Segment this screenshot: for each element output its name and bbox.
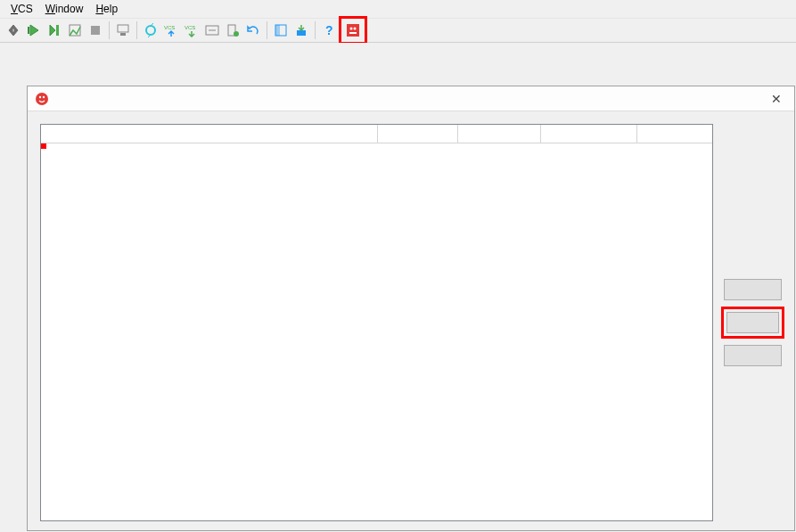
- svg-point-18: [354, 28, 357, 30]
- start-button[interactable]: [726, 312, 779, 333]
- menu-help[interactable]: Help: [90, 3, 123, 15]
- close-icon[interactable]: ✕: [766, 92, 787, 106]
- highlight-start-button: [721, 307, 784, 339]
- sync-icon[interactable]: [141, 20, 160, 40]
- highlight-genymotion-toolbar: [339, 16, 367, 45]
- vcs-commit-icon[interactable]: VCS: [182, 20, 201, 40]
- dialog-left: [40, 120, 713, 521]
- genymotion-icon[interactable]: [343, 20, 363, 40]
- branch-icon[interactable]: [202, 20, 222, 40]
- svg-rect-13: [275, 25, 280, 36]
- dialog-titlebar[interactable]: ✕: [28, 86, 794, 111]
- svg-rect-0: [28, 27, 29, 34]
- stop-icon[interactable]: [86, 20, 105, 40]
- th-ip[interactable]: [541, 125, 637, 143]
- svg-point-22: [43, 95, 45, 97]
- svg-point-20: [36, 93, 48, 105]
- svg-rect-1: [56, 25, 59, 36]
- svg-point-21: [39, 95, 41, 97]
- patch-icon[interactable]: [223, 20, 242, 40]
- undo-icon[interactable]: [243, 20, 263, 40]
- toolbar-separator: [267, 21, 267, 39]
- profile-icon[interactable]: [65, 20, 85, 40]
- dialog-body: [28, 111, 794, 530]
- genymotion-dialog: ✕: [27, 86, 795, 531]
- menubar: VCS Window Help: [0, 0, 796, 18]
- svg-point-11: [234, 31, 239, 37]
- svg-text:?: ?: [325, 23, 333, 37]
- make-icon[interactable]: [4, 20, 23, 40]
- svg-rect-3: [91, 26, 100, 35]
- main-area: ✕: [0, 43, 796, 532]
- avd-manager-icon[interactable]: [113, 20, 133, 40]
- genymotion-app-icon: [35, 92, 49, 106]
- svg-rect-16: [347, 24, 359, 37]
- highlight-selected-row: [41, 143, 46, 149]
- menu-vcs[interactable]: VCS: [5, 3, 38, 15]
- new-button[interactable]: [724, 279, 782, 300]
- svg-rect-5: [120, 33, 126, 36]
- th-status[interactable]: [637, 125, 712, 143]
- th-aosp[interactable]: [378, 125, 458, 143]
- svg-text:VCS: VCS: [185, 25, 195, 30]
- dialog-buttons: [724, 120, 782, 521]
- device-table: [40, 124, 713, 521]
- svg-rect-19: [349, 32, 357, 34]
- run-icon[interactable]: [24, 20, 44, 40]
- svg-point-17: [350, 28, 353, 30]
- layout-icon[interactable]: [271, 20, 291, 40]
- th-gver[interactable]: [458, 125, 541, 143]
- toolbar-separator: [109, 21, 110, 39]
- debug-nav-icon[interactable]: [45, 20, 64, 40]
- svg-text:VCS: VCS: [164, 25, 175, 30]
- table-header: [41, 125, 712, 143]
- toolbar: VCS VCS ?: [0, 18, 796, 43]
- sdk-manager-icon[interactable]: [291, 20, 311, 40]
- toolbar-separator: [315, 21, 316, 39]
- svg-rect-4: [118, 25, 128, 32]
- help-icon[interactable]: ?: [319, 20, 339, 40]
- refresh-button[interactable]: [724, 345, 782, 366]
- vcs-update-icon[interactable]: VCS: [161, 20, 181, 40]
- toolbar-separator: [136, 21, 137, 39]
- th-name[interactable]: [41, 125, 378, 143]
- menu-window[interactable]: Window: [40, 3, 89, 15]
- svg-point-6: [146, 26, 155, 35]
